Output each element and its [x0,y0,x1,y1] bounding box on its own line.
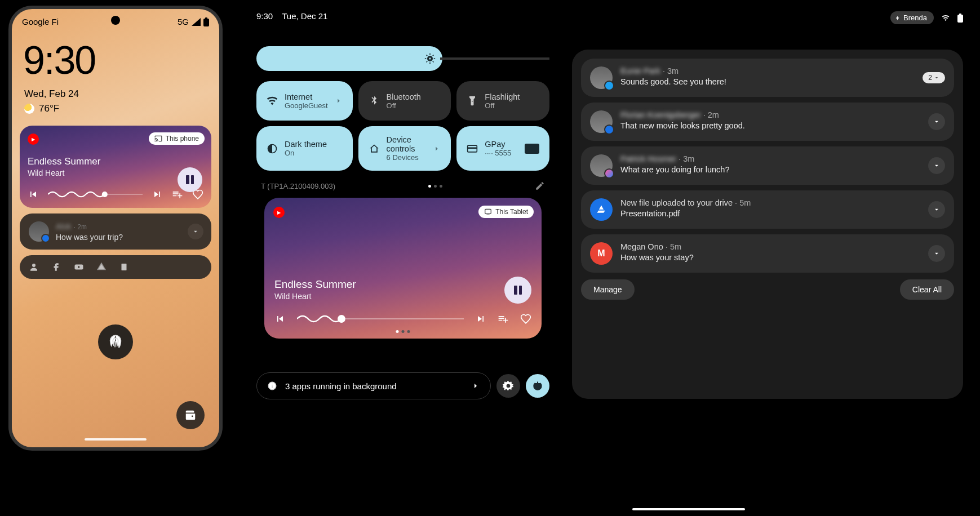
svg-rect-6 [122,264,127,270]
progress-squiggle[interactable] [48,189,143,200]
dark-theme-icon [267,143,278,154]
expand-button[interactable] [188,224,203,239]
facebook-icon [51,262,61,272]
tile-device-controls[interactable]: Device controls6 Devices [358,126,451,171]
notification-body: Sounds good. See you there! [620,77,915,86]
chevron-right-icon [433,145,441,153]
notification-body: How was your trip? [56,233,123,242]
svg-point-13 [338,315,345,323]
weather-icon [24,104,34,114]
svg-rect-0 [203,19,209,26]
background-apps-button[interactable]: 3 apps running in background [256,372,491,399]
next-track-icon[interactable] [152,189,163,200]
notification-item[interactable]: M Megan Ono · 5m How was your stay? [581,234,954,273]
avatar [29,221,49,242]
build-label: T (TP1A.2100409.003) [261,182,335,190]
clear-all-button[interactable]: Clear All [900,279,954,300]
brightness-slider[interactable] [256,46,549,71]
messenger-badge-icon [604,168,614,179]
expand-button[interactable] [928,201,945,218]
cast-chip[interactable]: This phone [149,132,205,145]
status-time: 9:30 [256,11,273,21]
flashlight-icon [467,95,478,106]
tablet-media-card[interactable]: This Tablet Endless Summer Wild Heart [264,198,542,339]
youtube-icon [74,262,84,272]
gear-icon [503,380,514,392]
avatar [590,110,613,133]
power-button[interactable] [526,374,549,398]
cast-label: This Tablet [495,208,528,216]
tile-bluetooth[interactable]: BluetoothOff [358,81,451,121]
chevron-right-icon [471,381,480,390]
notification-body: How was your stay? [620,253,920,262]
tile-dark-theme[interactable]: Dark themeOn [256,126,353,171]
expand-button[interactable] [928,113,945,130]
wifi-status-icon [941,14,951,22]
queue-add-icon[interactable] [172,189,183,200]
svg-rect-19 [959,14,961,15]
lockscreen-date: Wed, Feb 24 [24,88,219,100]
manage-button[interactable]: Manage [581,279,635,300]
track-title: Endless Summer [28,156,203,167]
bluetooth-icon [369,95,380,106]
track-title: Endless Summer [274,278,531,291]
home-icon [369,143,380,154]
track-artist: Wild Heart [28,168,203,177]
signal-icon [191,18,201,26]
prev-track-icon[interactable] [274,313,286,324]
next-track-icon[interactable] [475,313,486,324]
wallet-button[interactable] [176,401,205,429]
expand-button[interactable] [928,245,945,262]
expand-button[interactable] [928,157,945,174]
drive-app-icon [590,198,613,221]
cast-chip[interactable]: This Tablet [478,206,534,218]
notification-body: What are you doing for lunch? [620,165,920,174]
battery-status-icon [957,14,963,23]
tile-gpay[interactable]: GPay···· 5555 [456,126,549,171]
svg-point-3 [102,192,108,197]
user-chip[interactable]: Brenda [890,11,934,24]
phone-notification[interactable]: Alok · 2m How was your trip? [20,213,211,250]
prev-track-icon[interactable] [28,189,39,200]
page-indicator [428,185,442,188]
notification-body: Presentation.pdf [620,209,920,218]
svg-point-4 [32,264,36,267]
phone-nav-handle[interactable] [85,438,147,441]
lockscreen-clock: 9:30 [23,38,219,83]
fingerprint-button[interactable] [98,324,133,359]
notification-item[interactable]: Eunie Park · 3m Sounds good. See you the… [581,59,954,97]
user-name: Brenda [903,14,927,22]
messages-app-badge-icon [41,234,50,243]
chevron-right-icon [335,97,343,105]
avatar [590,154,613,177]
doc-icon [119,262,129,272]
tablet-quick-settings: 9:30 Tue, Dec 21 InternetGoogleGuest Blu… [240,0,980,516]
edit-tiles-icon[interactable] [535,181,545,191]
info-icon [267,381,277,391]
notification-icon-strip[interactable] [20,255,211,279]
pause-button[interactable] [504,277,531,304]
notification-body: That new movie looks pretty good. [620,121,920,130]
phone-media-card[interactable]: This phone Endless Summer Wild Heart [20,126,211,208]
battery-icon [203,17,209,26]
notification-item[interactable]: Patrick Hosmer · 3m What are you doing f… [581,146,954,185]
tile-flashlight[interactable]: FlashlightOff [456,81,549,121]
camera-cutout [111,16,120,25]
phone-lockscreen: Google Fi 5G 9:30 Wed, Feb 24 76°F This … [8,6,223,451]
tile-internet[interactable]: InternetGoogleGuest [256,81,353,121]
tablet-nav-handle[interactable] [632,508,745,510]
avatar [590,66,613,89]
youtube-music-icon [28,134,39,145]
settings-button[interactable] [496,374,520,398]
notification-item[interactable]: Florian Koenigsberger · 2m That new movi… [581,103,954,141]
notification-item[interactable]: New file uploaded to your drive · 5m Pre… [581,190,954,229]
bolt-icon [895,15,901,21]
heart-icon[interactable] [520,313,531,324]
progress-squiggle[interactable] [297,313,464,324]
notification-count[interactable]: 2 [923,72,945,83]
queue-add-icon[interactable] [498,313,509,324]
gmail-app-icon: M [590,242,613,265]
svg-rect-1 [205,17,207,19]
pause-button[interactable] [178,167,202,192]
qs-tiles: InternetGoogleGuest BluetoothOff Flashli… [256,81,549,171]
